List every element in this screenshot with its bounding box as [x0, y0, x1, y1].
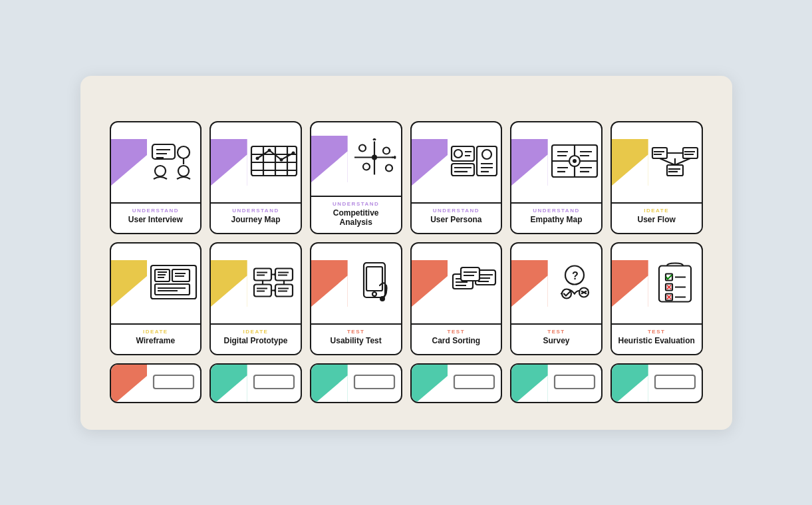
card-icon-area-card-sorting [412, 244, 501, 323]
card-icon-area-competitive-analysis [311, 122, 401, 196]
card-category-journey-map: UNDERSTAND [216, 208, 295, 214]
card-name-user-persona: User Persona [417, 215, 496, 224]
svg-point-20 [267, 148, 271, 152]
svg-rect-132 [461, 267, 479, 281]
card-category-digital-prototype: IDEATE [216, 329, 295, 335]
card-label-user-flow: IDEATE User Flow [612, 202, 702, 233]
svg-point-8 [178, 166, 189, 176]
card-label-competitive-analysis: UNDERSTAND Competitive Analysis [311, 196, 401, 233]
card-card-sorting[interactable]: TEST Card Sorting [410, 242, 503, 355]
card-bottom5[interactable] [510, 363, 603, 403]
card-journey-map[interactable]: UNDERSTAND Journey Map [209, 121, 302, 234]
card-icon-area-empathy-map [511, 122, 601, 202]
card-digital-prototype[interactable]: IDEATE Digital Prototype [209, 242, 302, 355]
card-category-wireframe: IDEATE [116, 329, 196, 335]
card-category-user-flow: IDEATE [617, 208, 696, 214]
svg-rect-173 [655, 375, 695, 389]
card-name-empathy-map: Empathy Map [517, 215, 596, 224]
partial-icon [648, 365, 702, 402]
card-label-user-interview: UNDERSTAND User Interview [111, 202, 201, 233]
card-icon-area-user-persona [412, 122, 501, 202]
card-usability-test[interactable]: TEST Usability Test [310, 242, 402, 355]
svg-rect-158 [154, 375, 194, 389]
card-label-user-persona: UNDERSTAND User Persona [412, 202, 501, 233]
card-competitive-analysis[interactable]: UNDERSTAND Competitive Analysis [310, 121, 402, 234]
svg-line-34 [394, 157, 396, 158]
wireframe-icon [147, 259, 200, 308]
svg-rect-93 [155, 284, 190, 295]
card-category-user-persona: UNDERSTAND [417, 208, 496, 214]
empathy-map-icon [548, 138, 601, 187]
card-name-survey: Survey [517, 336, 596, 345]
svg-rect-69 [652, 148, 667, 158]
card-icon-area-wireframe [111, 244, 201, 323]
svg-marker-82 [681, 152, 683, 154]
card-name-heuristic-evaluation: Heuristic Evaluation [617, 336, 696, 345]
svg-rect-2 [152, 144, 175, 159]
card-survey[interactable]: ? TEST Survey [510, 242, 603, 355]
competitive-analysis-icon [348, 134, 401, 184]
card-name-card-sorting: Card Sorting [417, 336, 496, 345]
card-bottom4[interactable] [410, 363, 503, 403]
svg-rect-164 [354, 375, 394, 389]
card-icon-area-digital-prototype [211, 244, 301, 323]
card-name-journey-map: Journey Map [216, 215, 295, 224]
card-category-card-sorting: TEST [417, 329, 496, 335]
card-category-survey: TEST [517, 329, 596, 335]
card-icon-area-bottom4 [412, 365, 501, 402]
card-label-empathy-map: UNDERSTAND Empathy Map [511, 202, 601, 233]
heuristic-evaluation-icon [648, 259, 702, 308]
svg-point-120 [372, 292, 376, 296]
card-icon-area-bottom5 [511, 365, 601, 402]
svg-rect-145 [659, 265, 691, 301]
card-name-competitive-analysis: Competitive Analysis [317, 208, 396, 228]
svg-point-29 [383, 147, 390, 154]
card-name-user-flow: User Flow [617, 215, 696, 224]
card-bottom2[interactable] [209, 363, 302, 403]
svg-point-58 [573, 159, 577, 163]
svg-point-31 [386, 164, 392, 171]
user-persona-icon [448, 138, 501, 187]
card-bottom6[interactable] [610, 363, 703, 403]
svg-point-42 [454, 150, 462, 158]
card-icon-area-heuristic-evaluation [612, 244, 702, 323]
card-heuristic-evaluation[interactable]: TEST Heuristic Evaluation [610, 242, 703, 355]
user-interview-icon [147, 138, 200, 187]
card-user-flow[interactable]: IDEATE User Flow [610, 121, 703, 234]
svg-point-21 [279, 158, 283, 161]
card-icon-area-bottom1 [111, 365, 201, 402]
survey-icon: ? [548, 259, 601, 308]
user-flow-icon [648, 138, 702, 187]
svg-point-22 [291, 151, 295, 154]
card-empathy-map[interactable]: UNDERSTAND Empathy Map [510, 121, 603, 234]
journey-map-icon [247, 138, 301, 187]
card-bottom1[interactable] [110, 363, 202, 403]
card-label-card-sorting: TEST Card Sorting [412, 323, 501, 354]
svg-rect-75 [667, 165, 683, 176]
svg-point-5 [178, 146, 190, 158]
card-label-digital-prototype: IDEATE Digital Prototype [211, 323, 301, 354]
partial-icon [247, 365, 301, 402]
svg-point-7 [155, 166, 166, 176]
card-wireframe[interactable]: IDEATE Wireframe [110, 242, 202, 355]
card-label-usability-test: TEST Usability Test [311, 323, 401, 354]
card-icon-area-usability-test [311, 244, 401, 323]
card-name-user-interview: User Interview [116, 215, 196, 224]
card-name-wireframe: Wireframe [116, 336, 196, 345]
svg-rect-170 [555, 375, 595, 389]
svg-line-37 [374, 138, 376, 140]
svg-point-19 [255, 156, 259, 160]
card-label-heuristic-evaluation: TEST Heuristic Evaluation [612, 323, 702, 354]
card-label-journey-map: UNDERSTAND Journey Map [211, 202, 301, 233]
card-icon-area-journey-map [211, 122, 301, 202]
card-name-digital-prototype: Digital Prototype [216, 336, 295, 345]
card-bottom3[interactable] [310, 363, 402, 403]
card-category-competitive-analysis: UNDERSTAND [317, 201, 396, 207]
card-icon-area-user-flow [612, 122, 702, 202]
partial-icon [147, 365, 200, 402]
card-icon-area-user-interview [111, 122, 201, 202]
card-user-interview[interactable]: UNDERSTAND User Interview [110, 121, 202, 234]
card-icon-area-bottom6 [612, 365, 702, 402]
card-user-persona[interactable]: UNDERSTAND User Persona [410, 121, 503, 234]
svg-text:?: ? [572, 269, 579, 281]
